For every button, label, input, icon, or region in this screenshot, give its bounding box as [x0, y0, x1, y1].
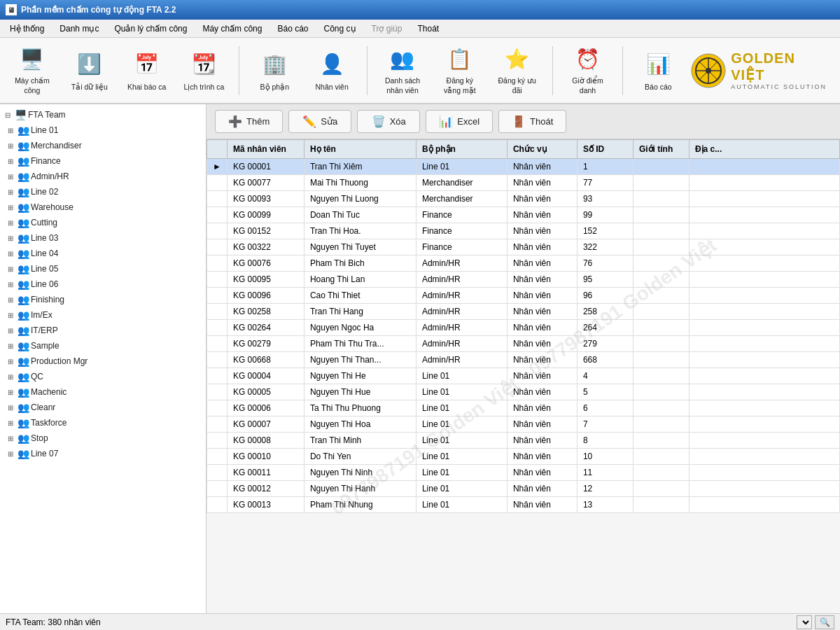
sidebar-item-cleanr[interactable]: ⊞ 👥 Cleanr [0, 400, 206, 415]
sidebar-item-stop[interactable]: ⊞ 👥 Stop [0, 430, 206, 446]
table-row[interactable]: KG 00668Nguyen Thi Than...Admin/HRNhân v… [207, 352, 840, 368]
cell-3: Admin/HR [416, 336, 507, 352]
admin-hr-toggle: ⊞ [6, 173, 15, 181]
toolbar-btn-danh-sach-nhan-vien[interactable]: 👥Danh sách nhân viên [377, 43, 428, 99]
cell-2: Nguyen Thi Ninh [304, 465, 416, 481]
table-row[interactable]: KG 00011Nguyen Thi NinhLine 01Nhân viên1… [207, 465, 840, 481]
table-row[interactable]: KG 00007Nguyen Thi HoaLine 01Nhân viên7 [207, 416, 840, 433]
sidebar-item-cutting[interactable]: ⊞ 👥 Cutting [0, 215, 206, 230]
table-row[interactable]: KG 00152Tran Thi Hoa.FinanceNhân viên152 [207, 223, 840, 239]
table-row[interactable]: KG 00008Tran Thi MinhLine 01Nhân viên8 [207, 433, 840, 449]
table-row[interactable]: KG 00099Doan Thi TucFinanceNhân viên99 [207, 207, 840, 223]
menu-item-máy-chấm-công[interactable]: Máy chấm công [195, 22, 269, 36]
sidebar-item-finance[interactable]: ⊞ 👥 Finance [0, 153, 206, 169]
cell-3: Line 01 [416, 159, 507, 175]
toolbar-separator [239, 46, 239, 95]
cell-3: Line 01 [416, 384, 507, 400]
warehouse-label: Warehouse [31, 202, 203, 212]
toolbar-btn-dang-ky-vang-mat[interactable]: 📋Đăng ký vắng mặt [435, 43, 485, 99]
table-container[interactable]: 0977987191 Golden Việt - 0977987191 Gold… [206, 139, 840, 613]
app-title: Phần mềm chấm công tự động FTA 2.2 [21, 5, 176, 15]
line01-label: Line 01 [31, 125, 203, 135]
table-row[interactable]: KG 00258Tran Thi HangAdmin/HRNhân viên25… [207, 304, 840, 320]
menu-item-danh-mục[interactable]: Danh mục [52, 22, 106, 36]
table-row[interactable]: KG 00076Pham Thi BichAdmin/HRNhân viên76 [207, 255, 840, 272]
table-row[interactable]: KG 00077Mai Thi ThuongMerchandiserNhân v… [207, 175, 840, 191]
sidebar-item-merchandiser[interactable]: ⊞ 👥 Merchandiser [0, 138, 206, 153]
toolbar-btn-bao-cao[interactable]: 📊Báo cáo [633, 43, 683, 99]
sidebar-item-line07[interactable]: ⊞ 👥 Line 07 [0, 446, 206, 461]
action-btn-excel[interactable]: 📊Excel [426, 110, 493, 133]
table-row[interactable]: KG 00006Ta Thi Thu PhuongLine 01Nhân viê… [207, 400, 840, 416]
menu-item-thoát[interactable]: Thoát [410, 22, 446, 36]
table-row[interactable]: KG 00264Nguyen Ngoc HaAdmin/HRNhân viên2… [207, 320, 840, 336]
menu-item-công-cụ[interactable]: Công cụ [317, 22, 363, 36]
toolbar-btn-tai-du-lieu[interactable]: ⬇️Tải dữ liệu [64, 43, 115, 99]
cell-3: Line 01 [416, 433, 507, 449]
table-row[interactable]: ►KG 00001Tran Thi XiêmLine 01Nhân viên1 [207, 159, 840, 175]
action-btn-xoa[interactable]: 🗑️Xóa [357, 110, 420, 133]
finishing-icon: 👥 [17, 293, 29, 306]
sidebar-item-line01[interactable]: ⊞ 👥 Line 01 [0, 122, 206, 138]
table-row[interactable]: KG 00004Nguyen Thi HeLine 01Nhân viên4 [207, 368, 840, 384]
sidebar-item-taskforce[interactable]: ⊞ 👥 Taskforce [0, 415, 206, 430]
search-select[interactable] [797, 615, 812, 629]
sidebar-item-line06[interactable]: ⊞ 👥 Line 06 [0, 276, 206, 292]
tai-du-lieu-icon: ⬇️ [74, 49, 105, 80]
sidebar-item-production-mgr[interactable]: ⊞ 👥 Production Mgr [0, 354, 206, 369]
cell-4: Nhân viên [507, 159, 577, 175]
sidebar-item-line02[interactable]: ⊞ 👥 Line 02 [0, 184, 206, 200]
table-row[interactable]: KG 00010Do Thi YenLine 01Nhân viên10 [207, 449, 840, 465]
action-btn-them[interactable]: ➕Thêm [215, 110, 283, 133]
cell-7 [689, 336, 839, 352]
table-row[interactable]: KG 00322Nguyen Thi TuyetFinanceNhân viên… [207, 239, 840, 255]
menu-item-hệ-thống[interactable]: Hệ thống [3, 22, 51, 36]
sidebar-item-admin-hr[interactable]: ⊞ 👥 Admin/HR [0, 169, 206, 184]
sidebar-item-line04[interactable]: ⊞ 👥 Line 04 [0, 246, 206, 261]
cell-5: 5 [577, 384, 633, 400]
table-row[interactable]: KG 00096Cao Thi ThietAdmin/HRNhân viên96 [207, 288, 840, 304]
menu-item-trợ-giúp[interactable]: Trợ giúp [365, 22, 410, 36]
toolbar-btn-may-cham-cong[interactable]: 🖥️Máy chấm công [7, 43, 57, 99]
toolbar-separator [552, 46, 553, 95]
action-btn-sua[interactable]: ✏️Sửa [288, 110, 351, 133]
table-row[interactable]: KG 00012Nguyen Thi HanhLine 01Nhân viên1… [207, 481, 840, 497]
search-button[interactable]: 🔍 [815, 615, 834, 629]
sidebar-item-sample[interactable]: ⊞ 👥 Sample [0, 338, 206, 354]
sidebar-item-qc[interactable]: ⊞ 👥 QC [0, 369, 206, 384]
table-row[interactable]: KG 00005Nguyen Thi HueLine 01Nhân viên5 [207, 384, 840, 400]
dang-ky-vang-mat-label: Đăng ký vắng mặt [444, 76, 476, 95]
sidebar-item-line03[interactable]: ⊞ 👥 Line 03 [0, 230, 206, 246]
sidebar-root[interactable]: ⊟ 🖥️ FTA Team [0, 107, 206, 122]
toolbar-btn-khai-bao-ca[interactable]: 📅Khai báo ca [122, 43, 172, 99]
table-row[interactable]: KG 00093Nguyen Thi LuongMerchandiserNhân… [207, 191, 840, 207]
imex-icon: 👥 [17, 309, 29, 321]
table-row[interactable]: KG 00095Hoang Thi LanAdmin/HRNhân viên95 [207, 272, 840, 288]
toolbar-btn-nhan-vien[interactable]: 👤Nhân viên [307, 43, 357, 99]
toolbar-btn-lich-trinh-ca[interactable]: 📆Lịch trình ca [179, 43, 230, 99]
menu-item-báo-cáo[interactable]: Báo cáo [270, 22, 315, 36]
cell-6 [633, 481, 689, 497]
line07-icon: 👥 [17, 447, 29, 460]
sidebar-item-warehouse[interactable]: ⊞ 👥 Warehouse [0, 200, 206, 215]
stop-icon: 👥 [17, 432, 29, 444]
cell-5: 322 [577, 239, 633, 255]
table-row[interactable]: KG 00279Pham Thi Thu Tra...Admin/HRNhân … [207, 336, 840, 352]
sidebar-item-finishing[interactable]: ⊞ 👥 Finishing [0, 292, 206, 307]
cell-7 [689, 255, 839, 272]
dang-ky-uu-dai-label: Đăng ký ưu đãi [498, 76, 536, 95]
menu-item-quản-lý-chấm-công[interactable]: Quản lý chấm công [107, 22, 194, 36]
toolbar-btn-gio-diem-danh[interactable]: ⏰Giờ điểm danh [563, 43, 613, 99]
sidebar-item-imex[interactable]: ⊞ 👥 Im/Ex [0, 307, 206, 323]
sidebar-item-machenic[interactable]: ⊞ 👥 Machenic [0, 384, 206, 400]
taskforce-icon: 👥 [17, 416, 29, 429]
cell-6 [633, 288, 689, 304]
action-btn-thoat[interactable]: 🚪Thoát [498, 110, 566, 133]
cell-6 [633, 239, 689, 255]
table-row[interactable]: KG 00013Pham Thi NhungLine 01Nhân viên13 [207, 497, 840, 513]
toolbar-btn-dang-ky-uu-dai[interactable]: ⭐Đăng ký ưu đãi [492, 43, 542, 99]
sidebar-item-iterp[interactable]: ⊞ 👥 IT/ERP [0, 323, 206, 338]
cell-1: KG 00152 [227, 223, 304, 239]
sidebar-item-line05[interactable]: ⊞ 👥 Line 05 [0, 261, 206, 276]
toolbar-btn-bo-phan[interactable]: 🏢Bộ phận [249, 43, 300, 99]
